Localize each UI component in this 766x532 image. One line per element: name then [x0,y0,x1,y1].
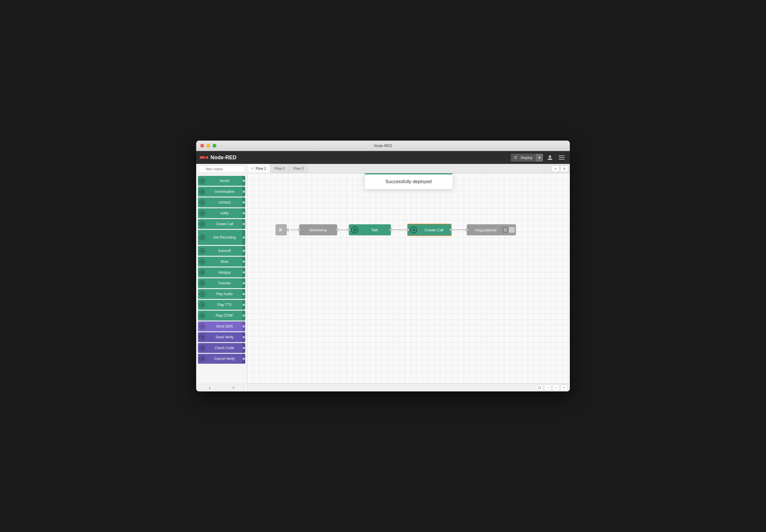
node-label: msg.payload [467,228,502,232]
inject-icon [279,227,284,232]
tab-flow1[interactable]: ✓ Flow 1 [247,164,270,173]
talk-node[interactable]: Talk [349,224,391,235]
node-icon [198,187,207,197]
node-icon [198,311,207,321]
node-label: Play Audio [207,292,242,296]
user-icon[interactable] [545,153,554,162]
node-port [242,219,245,229]
node-label: timestamp [299,228,337,232]
tab-flow3[interactable]: Flow 3 [289,164,308,173]
output-port [389,228,392,231]
node-icon-circle [410,226,417,233]
node-icon-circle [351,226,358,233]
node-label: Hangup [207,270,242,274]
sidebar: 🔍 record [196,164,247,391]
create-call-node[interactable]: Create Call [407,224,452,236]
tab-flow2[interactable]: Flow 2 [270,164,289,173]
timestamp-node[interactable]: timestamp [299,224,337,235]
search-input[interactable] [199,166,245,173]
sidebar-item-play-tts[interactable]: Play TTS [198,300,245,310]
close-button[interactable] [200,144,204,148]
menu-icon[interactable] [557,153,566,162]
zoom-out-button[interactable]: − [544,385,551,391]
zoom-in-button[interactable]: + [560,385,567,391]
chevron-down-icon: ▾ [538,155,540,160]
tabs-actions: + ≡ [550,165,570,172]
bottom-bar: ⊡ − ○ + [247,383,570,391]
fit-view-button[interactable]: ⊡ [536,385,543,391]
node-port [242,187,245,197]
end-box-icon [509,227,515,233]
sidebar-item-conversation[interactable]: conversation [198,187,245,197]
output-port [450,228,452,231]
node-port [242,176,245,186]
sidebar-item-play-audio[interactable]: Play Audio [198,289,245,299]
node-label: Play TTS [207,303,242,307]
tab-label: Flow 1 [256,167,266,171]
window-controls [200,144,216,148]
scroll-up-button[interactable]: ▲ [198,385,221,391]
node-label: conversation [207,190,242,194]
sidebar-item-send-verify[interactable]: Send Verify [198,332,245,342]
logo-icon [200,156,208,159]
sidebar-item-play-dtmf[interactable]: Play DTMF [198,311,245,321]
tab-label: Flow 2 [274,167,285,171]
canvas[interactable]: Successfully deployed [247,173,570,383]
add-tab-button[interactable]: + [552,165,559,172]
tabs-bar: ✓ Flow 1 Flow 2 Flow 3 + ≡ [247,164,570,173]
node-icon [198,257,207,267]
msg-payload-node[interactable]: msg.payload [467,224,516,235]
sidebar-item-get-recording[interactable]: Get Recording [198,230,245,245]
node-label: Earmuff [207,249,242,253]
input-node[interactable] [276,224,289,235]
node-icon [198,246,207,256]
input-port [406,228,409,231]
sidebar-item-create-call[interactable]: Create Call [198,219,245,229]
node-label: Talk [358,228,391,232]
deploy-dropdown-arrow[interactable]: ▾ [536,154,543,162]
node-label: Check Code [207,346,242,350]
node-label: Play DTMF [207,314,242,318]
node-port [242,267,245,277]
node-label: notify [207,211,242,215]
sidebar-item-cancel-verify[interactable]: Cancel Verify [198,354,245,364]
node-port [242,246,245,256]
sidebar-item-hangup[interactable]: Hangup [198,267,245,277]
svg-rect-8 [279,228,281,230]
manage-tabs-button[interactable]: ≡ [560,165,568,172]
node-port [242,354,245,364]
menubar-right: Deploy ▾ [511,153,566,162]
logo-area: Node-RED [200,155,507,161]
node-port [242,332,245,342]
sidebar-item-connect[interactable]: connect [198,197,245,207]
sidebar-item-notify[interactable]: notify [198,208,245,218]
node-icon [198,278,207,288]
sidebar-item-check-code[interactable]: Check Code [198,343,245,353]
node-label: Create Call [417,228,451,232]
sidebar-item-transfer[interactable]: Transfer [198,278,245,288]
notification-text: Successfully deployed [385,179,431,184]
deploy-button[interactable]: Deploy ▾ [511,154,543,162]
scroll-down-button[interactable]: ▼ [222,385,245,391]
sidebar-scroll-buttons: ▲ ▼ [196,384,247,391]
input-port [347,228,350,231]
output-port [336,228,339,231]
sidebar-item-mute[interactable]: Mute [198,257,245,267]
node-icon [198,219,207,229]
node-icon [198,332,207,342]
sidebar-item-earmuff[interactable]: Earmuff [198,246,245,256]
node-label: Send SMS [207,324,242,328]
node-port [242,208,245,218]
node-label: Transfer [207,281,242,285]
minimize-button[interactable] [207,144,210,148]
deploy-main-button[interactable]: Deploy [511,154,536,162]
maximize-button[interactable] [213,144,216,148]
window-title: Node-RED [374,143,392,148]
zoom-reset-button[interactable]: ○ [552,385,559,391]
node-icon [198,197,207,207]
sidebar-item-record[interactable]: record [198,176,245,186]
tab-label: Flow 3 [293,167,304,171]
sidebar-item-send-sms[interactable]: Send SMS [198,321,245,331]
svg-rect-5 [559,155,564,156]
nodes-list: record conversation [196,175,247,384]
